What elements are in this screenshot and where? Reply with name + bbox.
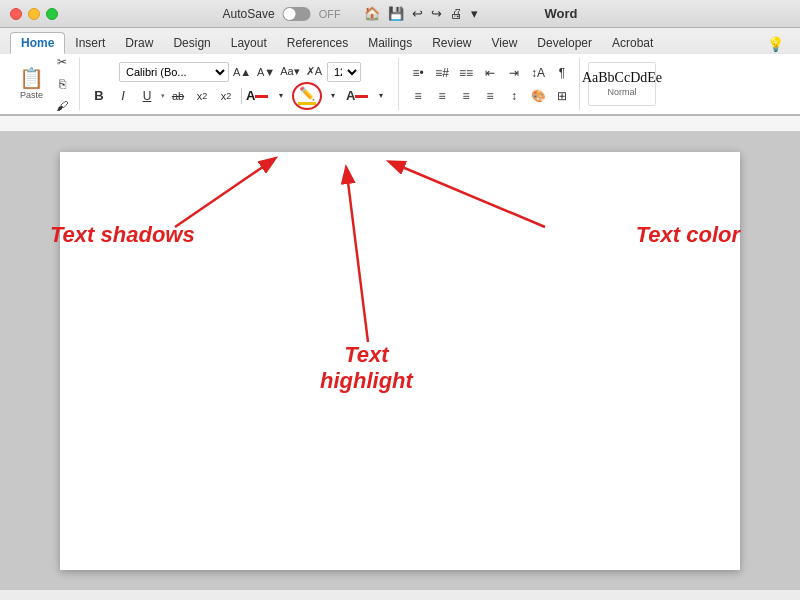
doc-title: Word: [544, 6, 577, 21]
autosave-label: AutoSave: [223, 7, 275, 21]
decrease-font-button[interactable]: A▼: [255, 62, 277, 82]
increase-font-button[interactable]: A▲: [231, 62, 253, 82]
highlight-circle-indicator: [292, 82, 322, 110]
subscript-button[interactable]: x2: [191, 86, 213, 106]
font-row-1: Calibri (Bo... A▲ A▼ Aa▾ ✗A 12: [119, 62, 361, 82]
minimize-button[interactable]: [28, 8, 40, 20]
font-row-2: B I U ▾ ab x2 x2 A: [88, 85, 392, 107]
font-color-dropdown[interactable]: ▾: [370, 86, 392, 106]
text-color-annotation: Text color: [636, 222, 740, 248]
autosave-state: OFF: [319, 8, 341, 20]
format-painter-button[interactable]: 🖌: [51, 96, 73, 116]
shading-button[interactable]: 🎨: [527, 86, 549, 106]
style-normal-label: Normal: [607, 87, 636, 97]
multilevel-button[interactable]: ≡≡: [455, 63, 477, 83]
close-button[interactable]: [10, 8, 22, 20]
underline-button[interactable]: U: [136, 86, 158, 106]
save-icon[interactable]: 💾: [388, 6, 404, 21]
text-color-button[interactable]: A: [246, 86, 268, 106]
tab-acrobat[interactable]: Acrobat: [602, 32, 663, 54]
paste-icon: 📋: [19, 68, 44, 88]
print-icon[interactable]: 🖨: [450, 6, 463, 21]
numbering-button[interactable]: ≡#: [431, 63, 453, 83]
document-area: Text shadows Text color Texthighlight: [0, 132, 800, 590]
group-paragraph: ≡• ≡# ≡≡ ⇤ ⇥ ↕A ¶ ≡ ≡ ≡ ≡ ↕ 🎨 ⊞: [401, 58, 580, 110]
text-highlight-annotation: Texthighlight: [320, 342, 413, 395]
superscript-button[interactable]: x2: [215, 86, 237, 106]
font-color-button[interactable]: A: [346, 86, 368, 106]
ribbon-tabs: Home Insert Draw Design Layout Reference…: [0, 28, 800, 54]
para-row-1: ≡• ≡# ≡≡ ⇤ ⇥ ↕A ¶: [407, 63, 573, 83]
borders-button[interactable]: ⊞: [551, 86, 573, 106]
tab-developer[interactable]: Developer: [527, 32, 602, 54]
font-name-select[interactable]: Calibri (Bo...: [119, 62, 229, 82]
bold-button[interactable]: B: [88, 86, 110, 106]
traffic-lights: [10, 8, 58, 20]
underline-dropdown[interactable]: ▾: [161, 92, 165, 100]
font-color-group: A: [346, 86, 368, 106]
line-spacing-button[interactable]: ↕: [503, 86, 525, 106]
font-size-select[interactable]: 12: [327, 62, 361, 82]
more-icon[interactable]: ▾: [471, 6, 478, 21]
change-case-button[interactable]: Aa▾: [279, 62, 301, 82]
text-shadows-label: Text shadows: [50, 222, 195, 247]
align-right-button[interactable]: ≡: [455, 86, 477, 106]
tab-references[interactable]: References: [277, 32, 358, 54]
style-normal[interactable]: AaBbCcDdEe Normal: [588, 62, 656, 106]
text-highlight-group: ✏️: [294, 85, 320, 107]
text-color-dropdown[interactable]: ▾: [270, 86, 292, 106]
tab-review[interactable]: Review: [422, 32, 481, 54]
increase-indent-button[interactable]: ⇥: [503, 63, 525, 83]
paste-button[interactable]: 📋 Paste: [14, 62, 49, 106]
title-bar-center: AutoSave OFF 🏠 💾 ↩ ↪ 🖨 ▾ Word: [223, 6, 578, 21]
para-row-2: ≡ ≡ ≡ ≡ ↕ 🎨 ⊞: [407, 86, 573, 106]
home-icon: 🏠: [364, 6, 380, 21]
tab-layout[interactable]: Layout: [221, 32, 277, 54]
tab-home[interactable]: Home: [10, 32, 65, 54]
tab-mailings[interactable]: Mailings: [358, 32, 422, 54]
group-font: Calibri (Bo... A▲ A▼ Aa▾ ✗A 12 B I U ▾ a…: [82, 58, 399, 110]
title-bar: AutoSave OFF 🏠 💾 ↩ ↪ 🖨 ▾ Word: [0, 0, 800, 28]
undo-icon[interactable]: ↩: [412, 6, 423, 21]
italic-button[interactable]: I: [112, 86, 134, 106]
show-marks-button[interactable]: ¶: [551, 63, 573, 83]
toolbar-area: Home Insert Draw Design Layout Reference…: [0, 28, 800, 116]
help-icon[interactable]: 💡: [761, 34, 790, 54]
maximize-button[interactable]: [46, 8, 58, 20]
highlight-dropdown[interactable]: ▾: [322, 86, 344, 106]
align-left-button[interactable]: ≡: [407, 86, 429, 106]
text-shadows-annotation: Text shadows: [50, 222, 195, 248]
text-color-group: A: [246, 86, 268, 106]
bullets-button[interactable]: ≡•: [407, 63, 429, 83]
decrease-indent-button[interactable]: ⇤: [479, 63, 501, 83]
ribbon-content: 📋 Paste ✂ ⎘ 🖌 Calibri (Bo... A▲ A▼ Aa▾ ✗…: [0, 54, 800, 115]
tab-design[interactable]: Design: [163, 32, 220, 54]
ruler: [0, 116, 800, 132]
text-highlight-label: Texthighlight: [320, 342, 413, 393]
autosave-toggle[interactable]: [283, 7, 311, 21]
redo-icon[interactable]: ↪: [431, 6, 442, 21]
text-color-a-label: A: [246, 88, 255, 103]
tab-draw[interactable]: Draw: [115, 32, 163, 54]
tab-view[interactable]: View: [482, 32, 528, 54]
strikethrough-button[interactable]: ab: [167, 86, 189, 106]
sort-button[interactable]: ↕A: [527, 63, 549, 83]
text-highlight-button[interactable]: ✏️: [294, 85, 320, 107]
group-clipboard: 📋 Paste ✂ ⎘ 🖌: [8, 58, 80, 110]
copy-button[interactable]: ⎘: [51, 74, 73, 94]
justify-button[interactable]: ≡: [479, 86, 501, 106]
clear-formatting-button[interactable]: ✗A: [303, 62, 325, 82]
style-preview-text: AaBbCcDdEe: [582, 71, 662, 85]
align-center-button[interactable]: ≡: [431, 86, 453, 106]
paste-label: Paste: [20, 90, 43, 100]
text-color-label: Text color: [636, 222, 740, 247]
group-styles: AaBbCcDdEe Normal: [582, 58, 662, 110]
tab-insert[interactable]: Insert: [65, 32, 115, 54]
cut-button[interactable]: ✂: [51, 52, 73, 72]
